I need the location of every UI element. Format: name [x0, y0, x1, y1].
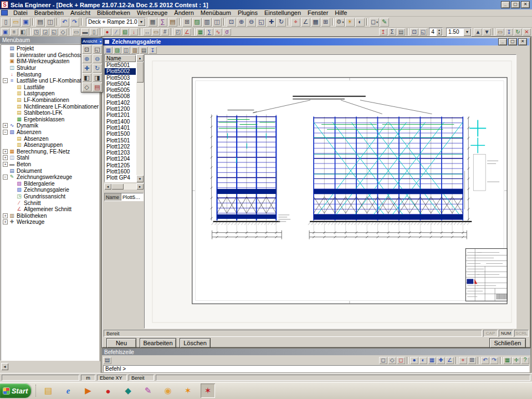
tree-expand-toggle[interactable]: + — [3, 123, 8, 128]
plot-list-header[interactable]: Name — [105, 55, 136, 62]
tree-item-berechnung-fe-netz[interactable]: +▦Berechnung, FE-Netz — [1, 149, 99, 155]
numeric-input-icon[interactable]: ▦ — [503, 357, 511, 364]
refresh-icon[interactable]: ↻ — [514, 28, 522, 35]
plot-list-item[interactable]: Plott1402 — [105, 100, 136, 106]
scale-up-icon[interactable]: ▲ — [474, 28, 482, 35]
graphics-app-icon[interactable]: ✎ — [141, 383, 155, 398]
scrollbar-thumb[interactable] — [136, 62, 144, 83]
status-unit[interactable]: m — [81, 375, 95, 381]
gallery-close-button[interactable]: ✕ — [518, 38, 527, 45]
main-close-button[interactable]: ✕ — [521, 1, 530, 8]
gallery-title-bar[interactable]: Zeichnungsgalerie _▢✕ — [103, 38, 529, 45]
spinner-down-icon[interactable]: ▼ — [436, 32, 442, 35]
property-name-value[interactable]: Plott5002 — [121, 193, 143, 201]
axonometry-icon[interactable]: ◇ — [59, 28, 67, 35]
tree-item-stahl[interactable]: +◫Stahl — [1, 155, 99, 161]
menu-hilfe[interactable]: Hilfe — [331, 9, 350, 16]
internet-explorer-icon[interactable]: e — [61, 383, 75, 398]
tree-item-zeichnungswerkzeuge[interactable]: −✎Zeichnungswerkzeuge — [1, 174, 99, 181]
rotate-view-icon[interactable]: ↻ — [277, 18, 286, 27]
zoom-out-icon[interactable]: ⊖ — [247, 18, 256, 27]
plot-list-item[interactable]: Plott1501 — [105, 137, 136, 144]
tree-item-dokument[interactable]: ▤Dokument — [1, 167, 99, 174]
project-settings-icon[interactable]: ▣ — [1, 28, 9, 35]
plot-list-item[interactable]: Plott1205 — [105, 162, 136, 168]
save-icon[interactable]: ▣ — [21, 18, 30, 27]
menu-ändern[interactable]: Ändern — [171, 9, 197, 16]
close-dialog-button[interactable]: Schließen — [489, 338, 526, 348]
office-app-icon[interactable]: ✶ — [181, 383, 195, 398]
axonometric-view-icon[interactable]: ◇ — [82, 83, 91, 91]
zoom-all-icon[interactable]: ⊡ — [227, 18, 236, 27]
zoom-window-icon[interactable]: ◱ — [257, 18, 266, 27]
tree-item-stahlbeton-lfk[interactable]: ▤Stahlbeton-LFK — [1, 110, 99, 116]
main-restore-button[interactable]: ▢ — [511, 1, 520, 8]
plot-list-item[interactable]: Plott1400 — [105, 119, 136, 125]
node-display-icon[interactable]: ● — [103, 28, 111, 35]
menu-plugins[interactable]: Plugins — [234, 9, 261, 16]
plot-list-item[interactable]: Plott5001 — [105, 62, 136, 68]
scroll-left-icon[interactable]: ◄ — [104, 183, 111, 190]
clipping-box-icon[interactable]: ◰ — [174, 28, 182, 35]
reactions-icon[interactable]: ↥ — [379, 28, 387, 35]
plot-list-item[interactable]: Plott5005 — [105, 87, 136, 93]
plot-list-horizontal-scrollbar[interactable]: ◄ ► — [104, 183, 144, 190]
undo-command-icon[interactable]: ↶ — [481, 357, 489, 364]
gallery-minimize-button[interactable]: _ — [498, 38, 507, 45]
close-service-icon[interactable]: ✕ — [523, 28, 531, 35]
new-button[interactable]: Neu — [106, 338, 136, 348]
member-display-icon[interactable]: ∕ — [112, 28, 120, 35]
numbering-icon[interactable]: # — [161, 28, 169, 35]
scroll-up-icon[interactable]: ▲ — [136, 54, 144, 62]
plot-list-item[interactable]: Plott5002 — [105, 68, 136, 74]
open-project-icon[interactable]: ▭ — [11, 18, 21, 27]
tree-item-nichtlineare-lf-kombinationen[interactable]: ▤Nichtlineare LF-Kombinationen — [1, 103, 99, 110]
tree-expand-toggle[interactable]: − — [3, 130, 8, 135]
zoom-in-icon[interactable]: ⊕ — [82, 54, 91, 63]
pan-view-icon[interactable]: ✚ — [82, 64, 91, 73]
export-picture-icon[interactable]: ↧ — [149, 47, 157, 54]
results-icon[interactable]: ∑ — [158, 18, 167, 27]
activity-icon[interactable]: ◧ — [19, 28, 27, 35]
snap-intersection-icon[interactable]: ✚ — [437, 357, 445, 364]
surface-display-icon[interactable]: ▧ — [121, 28, 129, 35]
zoom-page-icon[interactable]: ⊡ — [410, 28, 418, 35]
command-input[interactable]: Befehl > — [103, 365, 529, 372]
plot-list-item[interactable]: Plott5004 — [105, 81, 136, 87]
print-preview-icon[interactable]: ◫ — [45, 18, 55, 27]
deformation-icon[interactable]: ∿ — [214, 28, 222, 35]
print-picture-icon[interactable]: ▤ — [140, 47, 148, 54]
send-picture-icon[interactable]: ↧ — [505, 28, 513, 35]
plot-list-vertical-scrollbar[interactable]: ▲ ▼ — [136, 54, 144, 182]
polygon-select-icon[interactable]: ◇ — [388, 357, 396, 364]
scrollbar-track[interactable] — [136, 62, 144, 175]
plot-list-item[interactable]: Plott5003 — [105, 75, 136, 81]
redo-icon[interactable]: ↷ — [70, 18, 79, 27]
new-document-icon[interactable]: ▯ — [1, 18, 11, 27]
command-panel-header[interactable]: Befehlszeile — [102, 349, 530, 355]
selection-dropdown[interactable]: ◻▾ — [370, 18, 379, 27]
mesh-icon[interactable]: ▦ — [196, 28, 204, 35]
plot-list-item[interactable]: Plott1201 — [105, 112, 136, 118]
tree-item-absenzgruppen[interactable]: ▥Absenzgruppen — [1, 142, 99, 149]
engineering-report-icon[interactable]: ▤ — [168, 18, 177, 27]
plot-list-item[interactable]: Plott GP4 — [105, 175, 136, 181]
section-plane-icon[interactable]: ∠ — [183, 28, 191, 35]
tree-expand-toggle[interactable]: − — [3, 175, 8, 180]
view-x-icon[interactable]: ◳ — [32, 28, 40, 35]
zoom-window-icon[interactable]: ◱ — [93, 45, 102, 54]
daylight-icon[interactable]: ☀ — [345, 18, 355, 27]
delete-button[interactable]: Löschen — [180, 338, 211, 348]
label-icon[interactable]: ▭ — [152, 28, 160, 35]
start-button[interactable]: Start — [0, 383, 31, 398]
view-side-icon[interactable]: ◨ — [93, 73, 102, 82]
tree-item-dynamik[interactable]: +∿Dynamik — [1, 122, 99, 129]
tree-scroll-left-button[interactable]: ◄ — [1, 363, 8, 370]
browser-icon[interactable]: ◉ — [161, 383, 175, 398]
tree-item-schnitt[interactable]: ∕Schnitt — [1, 200, 99, 206]
snap-midpoint-icon[interactable]: ◐ — [419, 357, 427, 364]
scia-engineer-icon[interactable]: ✶ — [201, 383, 215, 398]
menu-einstellungen[interactable]: Einstellungen — [261, 9, 304, 16]
tree-expand-toggle[interactable]: + — [3, 219, 8, 224]
scale-down-icon[interactable]: ▼ — [483, 28, 491, 35]
